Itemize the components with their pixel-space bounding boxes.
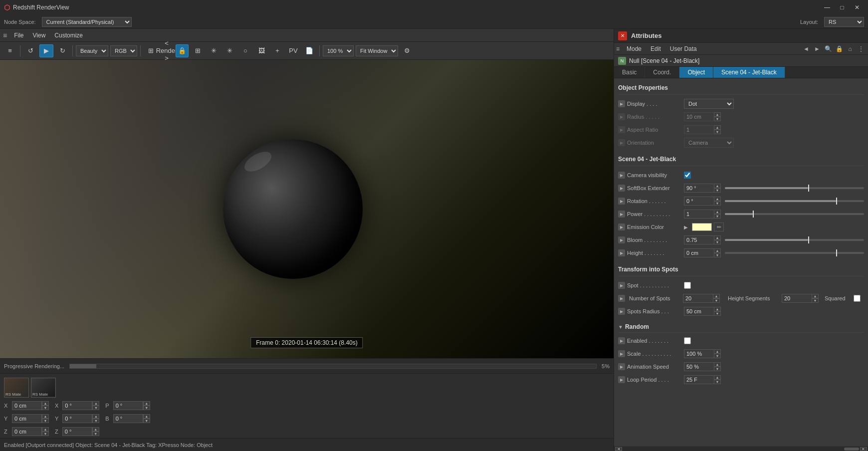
prop-softbox-input[interactable] <box>684 184 714 193</box>
circle-button[interactable]: ○ <box>238 44 252 57</box>
prop-loopperiod-input[interactable] <box>684 375 714 384</box>
hamburger-toolbar-icon[interactable]: ≡ <box>3 44 17 57</box>
prop-orientation-dropdown[interactable]: Camera <box>684 138 734 148</box>
x-input[interactable] <box>12 401 42 410</box>
pv-button[interactable]: PV <box>286 44 300 57</box>
play-toolbar-button[interactable]: ▶ <box>39 44 53 57</box>
softbox-slider[interactable] <box>725 187 864 189</box>
y-down-btn[interactable]: ▼ <box>42 419 49 423</box>
attr-close-button[interactable]: ✕ <box>618 31 627 40</box>
prop-power-input[interactable] <box>684 210 714 219</box>
y-spinbox[interactable]: ▲ ▼ <box>12 414 49 423</box>
back-toolbar-button[interactable]: ↺ <box>23 44 37 57</box>
y-input[interactable] <box>12 414 42 423</box>
rotation-up-btn[interactable]: ▲ <box>714 197 721 201</box>
render-button[interactable]: < Render > <box>160 44 174 57</box>
prop-power-spinbox[interactable]: ▲ ▼ <box>684 210 721 219</box>
tab-scene[interactable]: Scene 04 - Jet-Black <box>713 67 785 78</box>
prop-rotation-input[interactable] <box>684 197 714 206</box>
numspots-up-btn[interactable]: ▲ <box>713 294 720 298</box>
radius-up-btn[interactable]: ▲ <box>714 112 721 117</box>
prop-camera-checkbox[interactable] <box>684 172 691 179</box>
zr-down-btn[interactable]: ▼ <box>92 432 99 436</box>
softbox-up-btn[interactable]: ▲ <box>714 184 721 188</box>
prop-random-scale-spinbox[interactable]: ▲ ▼ <box>684 349 721 358</box>
xr-input[interactable] <box>62 401 92 410</box>
height-up-btn[interactable]: ▲ <box>714 248 721 253</box>
prop-spotsradius-spinbox[interactable]: ▲ ▼ <box>684 307 721 316</box>
thumbnail-1[interactable]: RS Mate <box>4 378 29 398</box>
animspeed-up-btn[interactable]: ▲ <box>714 362 721 367</box>
b-spinbox[interactable]: ▲ ▼ <box>113 414 150 423</box>
layout-select[interactable]: RS <box>824 17 864 27</box>
rotation-slider[interactable] <box>725 200 864 202</box>
x-down-btn[interactable]: ▼ <box>42 406 49 410</box>
b-input[interactable] <box>113 414 143 423</box>
eyedropper-button[interactable]: ✏ <box>714 223 724 231</box>
doc-button[interactable]: 📄 <box>302 44 316 57</box>
loopperiod-up-btn[interactable]: ▲ <box>714 375 721 380</box>
close-button[interactable]: ✕ <box>850 2 864 13</box>
nav-forward-button[interactable]: ► <box>812 44 822 54</box>
loopperiod-down-btn[interactable]: ▼ <box>714 380 721 384</box>
z-up-btn[interactable]: ▲ <box>42 427 49 432</box>
rgb-select[interactable]: RGB <box>110 45 137 56</box>
prop-spot-checkbox[interactable] <box>684 282 691 289</box>
prop-spotsradius-input[interactable] <box>684 307 714 316</box>
minimize-button[interactable]: — <box>820 2 834 13</box>
z-spinbox[interactable]: ▲ ▼ <box>12 427 49 436</box>
rotation-down-btn[interactable]: ▼ <box>714 201 721 206</box>
menu-hamburger-icon[interactable]: ≡ <box>3 31 7 39</box>
p-down-btn[interactable]: ▼ <box>143 406 150 410</box>
nav-search-button[interactable]: 🔍 <box>823 44 833 54</box>
p-up-btn[interactable]: ▲ <box>143 401 150 406</box>
yr-spinbox[interactable]: ▲ ▼ <box>62 414 99 423</box>
attr-menu-userdata[interactable]: User Data <box>666 44 701 53</box>
prop-heightseg-spinbox[interactable]: ▲ ▼ <box>782 294 819 303</box>
z-input[interactable] <box>12 427 42 436</box>
prop-animspeed-input[interactable] <box>684 362 714 371</box>
p-spinbox[interactable]: ▲ ▼ <box>113 401 150 410</box>
b-down-btn[interactable]: ▼ <box>143 419 150 423</box>
prop-numspots-input[interactable] <box>683 294 713 303</box>
xr-up-btn[interactable]: ▲ <box>92 401 99 406</box>
attr-menu-mode[interactable]: Mode <box>623 44 646 53</box>
prop-display-dropdown[interactable]: Dot <box>684 99 734 109</box>
zr-up-btn[interactable]: ▲ <box>92 427 99 432</box>
power-up-btn[interactable]: ▲ <box>714 210 721 214</box>
prop-numspots-spinbox[interactable]: ▲ ▼ <box>683 294 720 303</box>
section-random-header[interactable]: ▼ Random <box>618 321 864 333</box>
aspect-up-btn[interactable]: ▲ <box>714 125 721 130</box>
softbox-down-btn[interactable]: ▼ <box>714 188 721 193</box>
node-space-select[interactable]: Current (Standard/Physical) <box>42 17 132 27</box>
prop-rotation-spinbox[interactable]: ▲ ▼ <box>684 197 721 206</box>
x-up-btn[interactable]: ▲ <box>42 401 49 406</box>
thumbnail-2[interactable]: RS Mate <box>31 378 56 398</box>
radius-down-btn[interactable]: ▼ <box>714 117 721 121</box>
nav-more-button[interactable]: ⋮ <box>856 44 866 54</box>
prop-random-scale-input[interactable] <box>684 349 714 358</box>
prop-aspect-input[interactable] <box>684 125 714 134</box>
z-down-btn[interactable]: ▼ <box>42 432 49 436</box>
heightseg-down-btn[interactable]: ▼ <box>812 298 819 303</box>
yr-input[interactable] <box>62 414 92 423</box>
prop-random-enabled-checkbox[interactable] <box>684 337 691 344</box>
refresh-toolbar-button[interactable]: ↻ <box>55 44 69 57</box>
maximize-button[interactable]: □ <box>835 2 849 13</box>
prop-bloom-input[interactable] <box>684 235 714 244</box>
asterisk1-button[interactable]: ✳ <box>207 44 220 57</box>
spotsradius-up-btn[interactable]: ▲ <box>714 307 721 311</box>
scale-down-btn[interactable]: ▼ <box>714 354 721 358</box>
attr-scrollbar-h[interactable]: ◄ ► <box>614 446 868 451</box>
prop-height-spinbox[interactable]: ▲ ▼ <box>684 248 721 257</box>
lock-button[interactable]: 🔒 <box>176 44 189 57</box>
nav-home-button[interactable]: ⌂ <box>845 44 855 54</box>
animspeed-down-btn[interactable]: ▼ <box>714 367 721 371</box>
prop-animspeed-spinbox[interactable]: ▲ ▼ <box>684 362 721 371</box>
prop-radius-input[interactable] <box>684 112 714 121</box>
scrollbar-right-btn[interactable]: ► <box>860 447 867 451</box>
fit-window-select[interactable]: Fit Window <box>356 45 398 56</box>
p-input[interactable] <box>113 401 143 410</box>
yr-down-btn[interactable]: ▼ <box>92 419 99 423</box>
menu-item-file[interactable]: File <box>10 31 27 40</box>
